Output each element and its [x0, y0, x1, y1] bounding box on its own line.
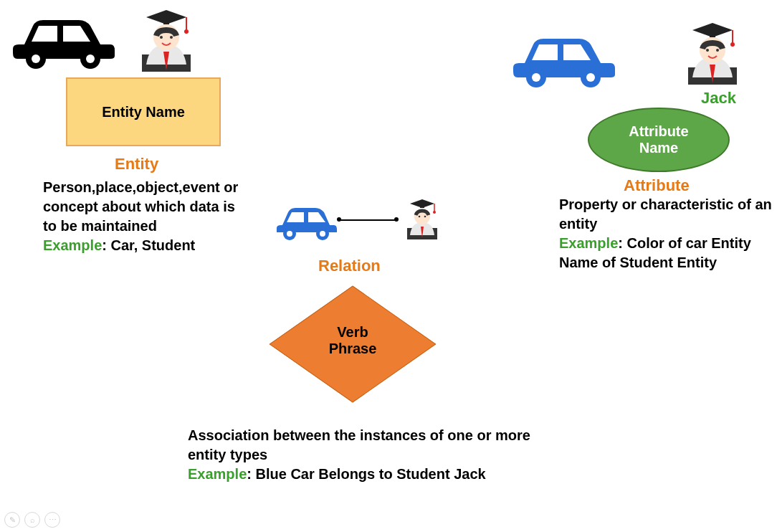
- svg-point-23: [532, 73, 540, 82]
- jack-label: Jack: [701, 89, 736, 108]
- relation-title: Relation: [318, 257, 381, 275]
- car-icon: [510, 27, 618, 93]
- relation-description: Association between the instances of one…: [188, 426, 546, 484]
- svg-point-7: [170, 36, 173, 39]
- svg-point-12: [287, 231, 292, 237]
- svg-point-25: [586, 73, 595, 82]
- entity-description: Person,place,object,event or concept abo…: [43, 178, 251, 255]
- pen-icon[interactable]: ✎: [4, 512, 20, 528]
- svg-point-17: [419, 216, 421, 218]
- svg-rect-8: [163, 19, 169, 24]
- svg-point-29: [716, 49, 719, 52]
- attribute-shape: AttributeName: [588, 108, 730, 172]
- zoom-icon[interactable]: ⌕: [24, 512, 40, 528]
- svg-point-18: [424, 216, 426, 218]
- attribute-description: Property or characteristic of an entity …: [559, 195, 774, 272]
- svg-rect-19: [420, 204, 424, 208]
- svg-point-6: [160, 36, 163, 39]
- entity-shape: Entity Name: [66, 77, 221, 146]
- attribute-title: Attribute: [624, 176, 690, 195]
- svg-point-21: [433, 211, 436, 214]
- svg-point-3: [86, 54, 95, 63]
- entity-shape-label: Entity Name: [102, 104, 185, 120]
- student-icon: [129, 1, 204, 76]
- svg-point-1: [32, 54, 40, 63]
- student-icon: [675, 14, 750, 89]
- attribute-shape-label: AttributeName: [629, 123, 688, 156]
- car-icon: [10, 9, 118, 75]
- student-icon: [399, 194, 446, 244]
- relation-dot: [337, 217, 341, 222]
- more-icon[interactable]: ⋯: [44, 512, 60, 528]
- toolbar: ✎ ⌕ ⋯: [4, 512, 60, 528]
- svg-point-10: [184, 29, 189, 34]
- relation-line: [338, 219, 397, 221]
- relation-shape-text: VerbPhrase: [281, 324, 424, 357]
- entity-title: Entity: [115, 155, 158, 174]
- svg-rect-30: [710, 32, 715, 37]
- car-icon: [272, 201, 338, 245]
- svg-point-32: [730, 42, 735, 47]
- svg-point-28: [706, 49, 709, 52]
- svg-point-14: [320, 231, 325, 237]
